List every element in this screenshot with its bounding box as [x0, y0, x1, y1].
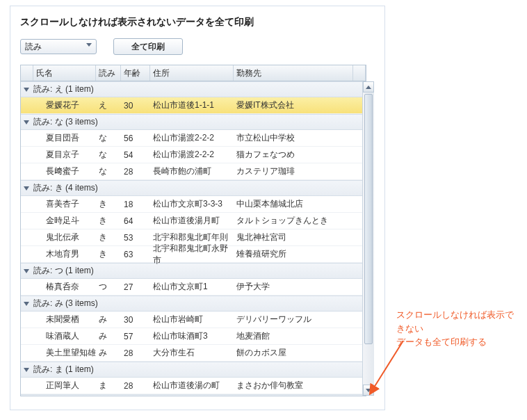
cell-age: 64: [121, 213, 150, 229]
table-row[interactable]: 未聞愛栖み30松山市岩崎町デリバリーワッフル: [21, 312, 366, 328]
table-row[interactable]: 喜美杏子き18松山市文京町3-3-3中山栗本舗城北店: [21, 196, 366, 213]
table-row[interactable]: 金時足斗き64松山市道後湯月町タルトショップきんとき: [21, 213, 366, 229]
cell-name: 鬼北伝承: [33, 229, 96, 245]
table-row[interactable]: 長﨑蜜子な28長崎市飽の浦町カステリア珈琲: [21, 163, 366, 180]
cell-name: 金時足斗: [33, 213, 96, 229]
group-row[interactable]: 読み: え (1 item): [21, 81, 366, 97]
table-row[interactable]: 愛媛花子え30松山市道後1-1-1愛媛IT株式会社: [21, 97, 366, 114]
cell-age: 30: [121, 312, 150, 328]
col-read[interactable]: 読み: [96, 65, 121, 81]
cell-exp: [21, 213, 33, 229]
cell-work: 地麦酒館: [234, 328, 353, 344]
group-row[interactable]: 読み: な (3 items): [21, 114, 366, 130]
cell-name: 木地育男: [33, 246, 96, 262]
table-row[interactable]: 美土里望知雄み28大分市生石餅のカボス屋: [21, 345, 366, 362]
table-row[interactable]: 夏目京子な54松山市湯渡2-2-2猫カフェなつめ: [21, 147, 366, 163]
col-name[interactable]: 氏名: [33, 65, 96, 81]
cell-exp: [21, 345, 33, 361]
cell-addr: 松山市岩崎町: [150, 312, 234, 328]
cell-name: 味酒蔵人: [33, 328, 96, 344]
group-row[interactable]: 読み: み (3 items): [21, 296, 366, 312]
annotation-line2: データも全て印刷する: [396, 335, 521, 349]
cell-name: 愛媛花子: [33, 97, 96, 113]
cell-exp: [21, 196, 33, 212]
group-label: 読み: な (3 items): [33, 116, 98, 128]
group-row[interactable]: 読み: き (4 items): [21, 180, 366, 196]
cell-age: 27: [121, 279, 150, 295]
group-row[interactable]: 読み: し (2 items): [21, 394, 366, 396]
cell-exp: [21, 147, 33, 163]
cell-read: き: [96, 196, 121, 212]
cell-name: 夏目団吾: [33, 130, 96, 146]
cell-addr: 松山市文京町1: [150, 279, 234, 295]
cell-read: き: [96, 213, 121, 229]
group-label: 読み: き (4 items): [33, 182, 98, 194]
cell-addr: 松山市湯渡2-2-2: [150, 147, 234, 163]
cell-exp: [21, 97, 33, 113]
arrow-up-icon: [366, 86, 371, 89]
scroll-up-button[interactable]: [363, 81, 374, 92]
col-work[interactable]: 勤務先: [234, 65, 353, 81]
cell-exp: [21, 312, 33, 328]
triangle-down-icon: [24, 368, 29, 372]
cell-exp: [21, 378, 33, 394]
cell-name: 美土里望知雄: [33, 345, 96, 361]
cell-age: 28: [121, 345, 150, 361]
dropdown-value: 読み: [25, 41, 42, 53]
cell-work: 猫カフェなつめ: [234, 147, 353, 163]
cell-name: 椿真呑奈: [33, 279, 96, 295]
cell-work: 鬼北神社宮司: [234, 229, 353, 245]
cell-age: 54: [121, 147, 150, 163]
annotation-arrow-icon: [365, 337, 407, 400]
cell-exp: [21, 229, 33, 245]
cell-addr: 松山市湯渡2-2-2: [150, 130, 234, 146]
cell-work: 市立松山中学校: [234, 130, 353, 146]
table-row[interactable]: 椿真呑奈つ27松山市文京町1伊予大学: [21, 279, 366, 296]
cell-read: き: [96, 246, 121, 262]
cell-addr: 北宇和郡鬼北町永野市: [150, 246, 234, 262]
cell-exp: [21, 246, 33, 262]
cell-addr: 大分市生石: [150, 345, 234, 361]
cell-read: ま: [96, 378, 121, 394]
grid-header: 氏名 読み 年齢 住所 勤務先: [21, 65, 366, 81]
table-row[interactable]: 正岡筆人ま28松山市道後湯の町まさおか俳句教室: [21, 378, 366, 394]
triangle-down-icon: [24, 269, 29, 273]
cell-work: 中山栗本舗城北店: [234, 196, 353, 212]
cell-work: 愛媛IT株式会社: [234, 97, 353, 113]
grid-body: 読み: え (1 item)愛媛花子え30松山市道後1-1-1愛媛IT株式会社読…: [21, 81, 366, 396]
cell-read: つ: [96, 279, 121, 295]
cell-age: 18: [121, 196, 150, 212]
print-all-button[interactable]: 全て印刷: [113, 38, 183, 55]
group-label: 読み: え (1 item): [33, 83, 94, 95]
group-label: 読み: み (3 items): [33, 298, 98, 309]
group-label: 読み: ま (1 item): [33, 364, 94, 375]
table-row[interactable]: 夏目団吾な56松山市湯渡2-2-2市立松山中学校: [21, 130, 366, 147]
cell-work: 餅のカボス屋: [234, 345, 353, 361]
cell-name: 夏目京子: [33, 147, 96, 163]
col-spacer: [353, 65, 366, 81]
group-row[interactable]: 読み: ま (1 item): [21, 362, 366, 378]
table-row[interactable]: 味酒蔵人み57松山市味酒町3地麦酒館: [21, 328, 366, 345]
cell-work: デリバリーワッフル: [234, 312, 353, 328]
cell-name: 長﨑蜜子: [33, 163, 96, 179]
group-label: 読み: つ (1 item): [33, 265, 94, 277]
cell-read: み: [96, 345, 121, 361]
triangle-down-icon: [24, 120, 29, 124]
col-expand[interactable]: [21, 65, 33, 81]
toolbar: 読み 全て印刷: [20, 38, 375, 55]
scroll-thumb[interactable]: [364, 94, 373, 344]
cell-name: 喜美杏子: [33, 196, 96, 212]
cell-age: 63: [121, 246, 150, 262]
cell-exp: [21, 163, 33, 179]
col-age[interactable]: 年齢: [121, 65, 150, 81]
cell-age: 53: [121, 229, 150, 245]
cell-read: な: [96, 130, 121, 146]
cell-read: み: [96, 328, 121, 344]
table-row[interactable]: 木地育男き63北宇和郡鬼北町永野市雉養殖研究所: [21, 246, 366, 263]
cell-read: き: [96, 229, 121, 245]
triangle-down-icon: [24, 186, 29, 191]
cell-exp: [21, 279, 33, 295]
cell-addr: 松山市道後湯の町: [150, 378, 234, 394]
col-addr[interactable]: 住所: [150, 65, 234, 81]
group-by-dropdown[interactable]: 読み: [20, 39, 97, 54]
